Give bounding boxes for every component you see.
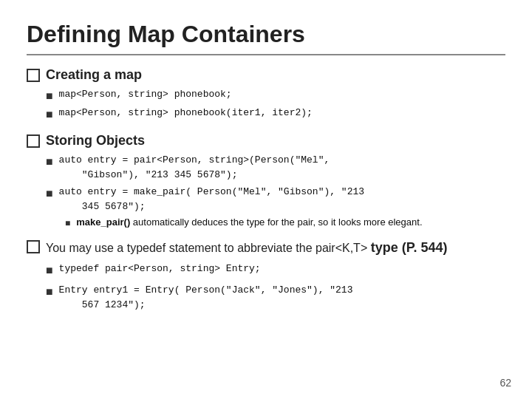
- section2-code: ■ auto entry = pair<Person, string>(Pers…: [46, 153, 505, 230]
- code-text-6: Entry entry1 = Entry( Person("Jack", "Jo…: [59, 283, 353, 312]
- code-line-5: ■ typedef pair<Person, string> Entry;: [46, 262, 505, 280]
- bullet-icon-1: [27, 69, 40, 82]
- section1-code: ■ map<Person, string> phonebook; ■ map<P…: [46, 87, 505, 124]
- code-text-4: auto entry = make_pair( Person("Mel", "G…: [59, 185, 364, 214]
- code-text-5: typedef pair<Person, string> Entry;: [59, 262, 261, 276]
- section2-label: Storing Objects: [46, 133, 145, 149]
- bullet-icon-3: [27, 240, 40, 253]
- section1-label: Creating a map: [46, 67, 142, 83]
- sub-text-1: make_pair() automatically deduces the ty…: [76, 215, 422, 230]
- bullet-row-2: Storing Objects: [27, 133, 505, 149]
- code-line-3: ■ auto entry = pair<Person, string>(Pers…: [46, 153, 505, 182]
- code-line-1: ■ map<Person, string> phonebook;: [46, 87, 505, 106]
- sub-block-1: ■ make_pair() automatically deduces the …: [65, 215, 505, 230]
- bullet-icon-2: [27, 134, 40, 148]
- code-text-3: auto entry = pair<Person, string>(Person…: [59, 153, 330, 182]
- sub-line-1: ■ make_pair() automatically deduces the …: [65, 215, 505, 230]
- code-bullet-3: ■: [46, 154, 53, 171]
- code-bullet-5: ■: [46, 262, 53, 280]
- code-line-2: ■ map<Person, string> phonebook(iter1, i…: [46, 106, 505, 124]
- bullet-row-1: Creating a map: [27, 67, 505, 83]
- slide: Defining Map Containers Creating a map ■…: [0, 0, 532, 399]
- code-bullet-6: ■: [46, 284, 53, 301]
- code-text-2: map<Person, string> phonebook(iter1, ite…: [59, 106, 313, 120]
- slide-title: Defining Map Containers: [27, 21, 505, 55]
- code-bullet-4: ■: [46, 185, 53, 203]
- code-bullet-1: ■: [46, 88, 53, 106]
- section-creating-map: Creating a map ■ map<Person, string> pho…: [27, 67, 505, 124]
- code-line-6: ■ Entry entry1 = Entry( Person("Jack", "…: [46, 283, 505, 312]
- page-number: 62: [499, 377, 511, 389]
- code-text-1: map<Person, string> phonebook;: [59, 87, 232, 102]
- section3-label: You may use a typedef statement to abbre…: [46, 239, 447, 257]
- code-line-4: ■ auto entry = make_pair( Person("Mel", …: [46, 185, 505, 214]
- bullet-row-3: You may use a typedef statement to abbre…: [27, 239, 505, 257]
- section-storing-objects: Storing Objects ■ auto entry = pair<Pers…: [27, 133, 505, 230]
- section-typedef: You may use a typedef statement to abbre…: [27, 239, 505, 312]
- code-bullet-2: ■: [46, 106, 53, 124]
- sub-bullet-icon: ■: [65, 216, 70, 230]
- section3-code: ■ typedef pair<Person, string> Entry; ■ …: [46, 262, 505, 312]
